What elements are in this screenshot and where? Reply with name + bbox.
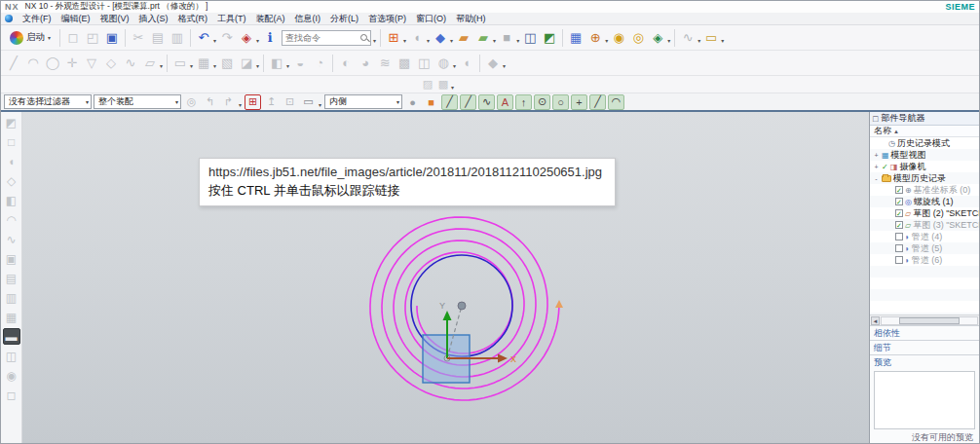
new-file-icon[interactable]: ◻ — [63, 28, 83, 48]
revolve-feature-icon[interactable]: ◇ — [3, 172, 20, 189]
dropdown-caret-icon[interactable]: ▾ — [721, 37, 724, 44]
dropdown-caret-icon[interactable]: ▾ — [213, 62, 216, 69]
menu-item-7[interactable]: 信息(I) — [290, 12, 326, 26]
center-point[interactable] — [458, 302, 466, 310]
dropdown-caret-icon[interactable]: ▾ — [697, 37, 700, 44]
point-on-surface-icon[interactable]: ◠ — [608, 94, 624, 110]
expander-icon[interactable]: + — [873, 164, 880, 170]
arc-icon[interactable]: ◠ — [23, 54, 43, 73]
dropdown-caret-icon[interactable]: ▾ — [256, 62, 259, 69]
pattern-feature-icon[interactable]: ▦ — [3, 309, 20, 325]
select-all-icon[interactable]: ◎ — [183, 94, 200, 110]
freeform-icon[interactable]: ∿ — [3, 231, 20, 247]
tree-row-9[interactable]: ◗管道 (5) — [870, 242, 979, 254]
circle-icon[interactable]: ◯ — [43, 54, 62, 73]
selection-filter-dropdown[interactable]: 没有选择过滤器▾ — [4, 94, 92, 109]
dropdown-caret-icon[interactable]: ▾ — [213, 37, 216, 44]
part-navigator-header[interactable]: □ 部件导航器 — [870, 112, 979, 126]
select-prev-icon[interactable]: ↰ — [202, 94, 218, 110]
layer-settings-icon[interactable]: ▰ — [454, 28, 473, 48]
control-point-icon[interactable]: ∿ — [478, 94, 495, 110]
snap-range-dropdown[interactable]: 内侧▾ — [324, 94, 402, 109]
window-cascade-icon[interactable]: ◫ — [520, 28, 540, 48]
command-search-input[interactable] — [285, 33, 360, 43]
sketch-rect-icon[interactable]: ▭ — [170, 54, 190, 73]
window-icon[interactable]: ⊞ — [384, 28, 403, 48]
name-column-header[interactable]: 名称 ▲ — [870, 126, 979, 137]
shell-feature-icon[interactable]: ▤ — [3, 270, 20, 286]
visibility-checkbox[interactable] — [895, 256, 903, 264]
cut-icon[interactable]: ✂ — [129, 28, 148, 48]
extrude-icon[interactable]: ◧ — [267, 54, 286, 73]
tree-row-3[interactable]: -模型历史记录 — [870, 172, 979, 184]
shell-icon[interactable]: ◖ — [457, 54, 476, 73]
line-icon[interactable]: ╱ — [4, 54, 23, 73]
assembly-structure-icon[interactable]: ▦ — [566, 28, 585, 48]
work-layer-icon[interactable]: ▰ — [473, 28, 493, 48]
face-tool-icon[interactable]: ▩ — [435, 78, 451, 92]
end-point-icon[interactable]: ╱ — [441, 94, 458, 110]
sketch-icon[interactable]: □ — [3, 133, 20, 150]
dropdown-caret-icon[interactable]: ▾ — [373, 37, 376, 44]
surface-tool-icon[interactable]: ▨ — [420, 78, 435, 92]
visibility-checkbox[interactable] — [895, 233, 903, 240]
block-icon[interactable]: ◆ — [483, 54, 503, 73]
dropdown-caret-icon[interactable]: ▾ — [453, 62, 456, 69]
dropdown-caret-icon[interactable]: ▾ — [503, 62, 506, 69]
info-icon[interactable]: ℹ — [260, 28, 280, 48]
revolve-icon[interactable]: ◒ — [290, 54, 310, 73]
highlight-icon[interactable]: ⊞ — [245, 94, 261, 110]
sweep-icon[interactable]: ◔ — [310, 54, 329, 73]
tree-row-4[interactable]: ✓⊕基准坐标系 (0) — [870, 184, 979, 196]
measure-icon[interactable]: ▭ — [701, 28, 721, 48]
visibility-checkbox[interactable]: ✓ — [895, 209, 903, 217]
scroll-left-icon[interactable]: ◄ — [871, 316, 880, 325]
dropdown-caret-icon[interactable]: ▾ — [493, 37, 496, 44]
copy-icon[interactable]: ▤ — [148, 28, 168, 48]
dropdown-caret-icon[interactable]: ▾ — [239, 101, 242, 108]
tree-row-2[interactable]: +✓◨摄像机 — [870, 161, 979, 172]
menu-item-10[interactable]: 窗口(O) — [411, 12, 451, 26]
snap-point-icon[interactable]: ■ — [423, 94, 439, 110]
dropdown-caret-icon[interactable]: ▾ — [160, 62, 163, 69]
import-export-icon[interactable]: ◈ — [648, 28, 667, 48]
swept-icon[interactable]: ◪ — [237, 54, 256, 73]
thicken-icon[interactable]: ▣ — [3, 250, 20, 267]
selection-scope-dropdown[interactable]: 整个装配▾ — [94, 94, 181, 109]
visibility-checkbox[interactable] — [895, 244, 903, 252]
point-on-curve-icon[interactable]: + — [571, 94, 587, 110]
mid-point-icon[interactable]: ╱ — [460, 94, 476, 110]
offset-icon[interactable]: ≋ — [375, 54, 395, 73]
trim-icon[interactable]: ◐ — [336, 54, 356, 73]
shaded-view-icon[interactable]: ■ — [497, 28, 516, 48]
dropdown-caret-icon[interactable]: ▾ — [319, 101, 321, 108]
menu-item-9[interactable]: 首选项(P) — [363, 12, 411, 26]
graphics-window[interactable]: YX https://files.jb51.net/file_images/ar… — [22, 112, 869, 443]
surface-icon[interactable]: ▱ — [140, 54, 160, 73]
list-feature-icon[interactable]: ▥ — [3, 289, 20, 306]
menu-item-3[interactable]: 插入(S) — [134, 12, 173, 26]
point-icon[interactable]: ✛ — [62, 54, 82, 73]
cube-feature-icon[interactable]: ◻ — [3, 387, 20, 403]
mirror-icon[interactable]: ◫ — [414, 54, 433, 73]
ellipse-icon[interactable]: ◇ — [101, 54, 121, 73]
menu-item-2[interactable]: 视图(V) — [95, 12, 134, 26]
visibility-checkbox[interactable]: ✓ — [895, 221, 903, 229]
menu-item-4[interactable]: 格式(R) — [173, 12, 213, 26]
dropdown-caret-icon[interactable]: ▾ — [190, 62, 193, 69]
start-menu-button[interactable]: 启动▾ — [4, 28, 57, 48]
open-file-icon[interactable]: ◰ — [83, 28, 102, 48]
dropdown-caret-icon[interactable]: ▾ — [256, 37, 259, 44]
expander-icon[interactable]: + — [873, 152, 880, 159]
active-tool-icon[interactable]: ▬ — [3, 328, 20, 345]
key-copy-icon[interactable]: ◎ — [628, 28, 648, 48]
extrude-feature-icon[interactable]: ◖ — [3, 153, 20, 169]
show-hide-icon[interactable]: ◖ — [407, 28, 427, 48]
menu-item-8[interactable]: 分析(L) — [325, 12, 363, 26]
tooltip-url[interactable]: https://files.jb51.net/file_images/artic… — [208, 164, 606, 182]
intersection-icon[interactable]: A — [497, 94, 513, 110]
tree-row-6[interactable]: ✓▱草图 (2) "SKETCH_0... — [870, 207, 979, 219]
redo-icon[interactable]: ↷ — [217, 28, 237, 48]
book-icon[interactable]: ◫ — [3, 348, 20, 364]
region-select-icon[interactable]: ⊡ — [282, 94, 298, 110]
